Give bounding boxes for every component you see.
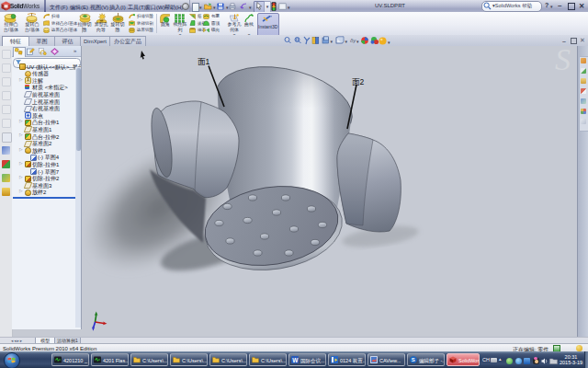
svg-text:W: W <box>292 357 299 363</box>
svg-text:▾: ▾ <box>356 39 359 44</box>
svg-text:▾: ▾ <box>345 39 348 44</box>
svg-text:▾: ▾ <box>388 39 390 44</box>
svg-text:▾: ▾ <box>331 39 334 44</box>
svg-text:S: S <box>412 357 415 362</box>
